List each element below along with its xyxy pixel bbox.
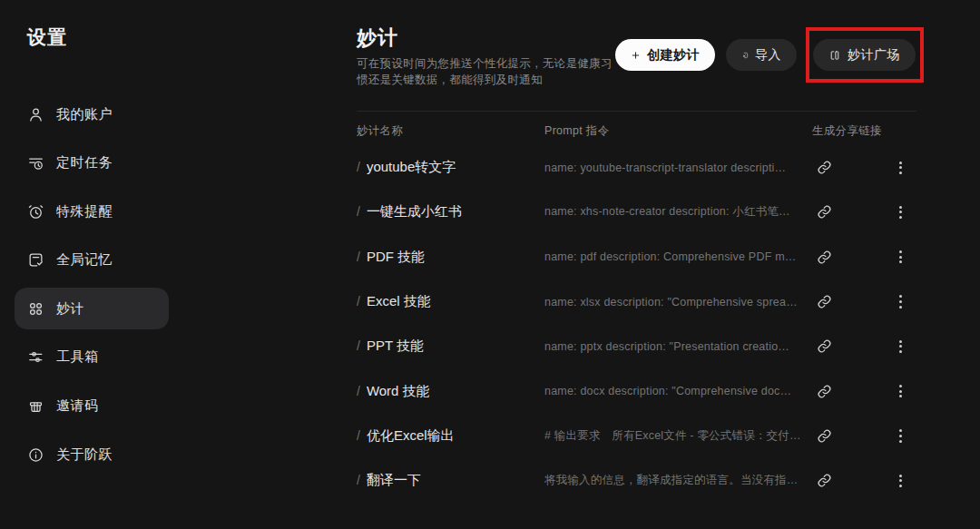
table-body: /youtube转文字 name: youtube-transcript-tra… bbox=[357, 145, 916, 503]
kebab-menu-icon bbox=[899, 340, 902, 353]
table-row: /优化Excel输出 # 输出要求 所有Excel文件 - 零公式错误：交付… bbox=[357, 414, 916, 458]
table-row: /PPT 技能 name: pptx description: "Present… bbox=[357, 324, 916, 368]
sidebar: 设置 我的账户 定时任务 特殊提醒 全局记忆 bbox=[0, 0, 218, 529]
sidebar-item-label: 定时任务 bbox=[56, 154, 113, 171]
share-link-button[interactable] bbox=[813, 335, 836, 358]
row-menu-button[interactable] bbox=[896, 247, 906, 267]
sidebar-item-label: 特殊提醒 bbox=[56, 203, 113, 220]
kebab-menu-icon bbox=[899, 429, 902, 442]
name-prefix: / bbox=[357, 250, 360, 264]
skill-name: /PDF 技能 bbox=[357, 249, 544, 266]
link-icon bbox=[817, 294, 832, 309]
scheduled-tasks-icon bbox=[27, 154, 44, 171]
miaoji-table: 妙计名称 Prompt 指令 生成分享链接 /youtube转文字 name: … bbox=[357, 111, 916, 503]
skill-name: /翻译一下 bbox=[357, 472, 544, 489]
prompt-instruction: name: pptx description: "Presentation cr… bbox=[544, 340, 812, 353]
create-miaoji-button[interactable]: 创建妙计 bbox=[615, 39, 715, 71]
link-icon bbox=[817, 160, 832, 175]
row-menu-button[interactable] bbox=[896, 337, 906, 357]
name-prefix: / bbox=[357, 473, 360, 487]
table-row: /Excel 技能 name: xlsx description: "Compr… bbox=[357, 279, 916, 324]
table-row: /youtube转文字 name: youtube-transcript-tra… bbox=[357, 145, 916, 190]
row-menu-button[interactable] bbox=[896, 471, 906, 491]
row-menu-button[interactable] bbox=[896, 426, 906, 446]
sidebar-item-label: 全局记忆 bbox=[56, 251, 113, 269]
skill-name: /Excel 技能 bbox=[357, 293, 544, 310]
page-subtitle: 可在预设时间为您推送个性化提示，无论是健康习惯还是关键数据，都能得到及时通知 bbox=[357, 55, 616, 88]
table-row: /Word 技能 name: docx description: "Compre… bbox=[357, 368, 916, 413]
sidebar-item-miaoji[interactable]: 妙计 bbox=[15, 288, 169, 329]
alarm-clock-icon bbox=[27, 203, 44, 220]
sidebar-item-label: 我的账户 bbox=[56, 106, 113, 123]
name-prefix: / bbox=[357, 384, 360, 398]
link-icon bbox=[817, 384, 832, 399]
skill-name: /优化Excel输出 bbox=[357, 427, 544, 445]
sliders-icon bbox=[27, 348, 44, 366]
page-title: 妙计 bbox=[357, 24, 398, 52]
prompt-instruction: name: docx description: "Comprehensive d… bbox=[544, 385, 812, 397]
sidebar-item-toolbox[interactable]: 工具箱 bbox=[15, 337, 169, 378]
share-link-button[interactable] bbox=[813, 290, 836, 313]
sidebar-item-invite-code[interactable]: 邀请码 bbox=[15, 386, 169, 427]
grid-circles-icon bbox=[27, 300, 44, 318]
link-icon bbox=[817, 204, 832, 220]
prompt-instruction: name: xhs-note-creator description: 小红书笔… bbox=[544, 204, 812, 220]
kebab-menu-icon bbox=[899, 250, 902, 263]
row-menu-button[interactable] bbox=[896, 202, 906, 222]
link-icon bbox=[817, 338, 832, 354]
name-prefix: / bbox=[357, 428, 360, 443]
kebab-menu-icon bbox=[899, 162, 902, 174]
skill-name: /一键生成小红书 bbox=[357, 203, 544, 220]
prompt-instruction: name: youtube-transcript-translator desc… bbox=[544, 162, 812, 174]
sidebar-item-about[interactable]: 关于阶跃 bbox=[15, 434, 169, 475]
skill-name: /PPT 技能 bbox=[357, 338, 544, 355]
sidebar-title: 设置 bbox=[27, 24, 67, 50]
column-header-share-link: 生成分享链接 bbox=[812, 123, 916, 139]
share-link-button[interactable] bbox=[813, 201, 836, 223]
skill-name: /youtube转文字 bbox=[357, 159, 544, 176]
skill-name: /Word 技能 bbox=[357, 383, 544, 400]
name-prefix: / bbox=[357, 160, 360, 174]
row-menu-button[interactable] bbox=[896, 381, 906, 401]
prompt-instruction: name: pdf description: Comprehensive PDF… bbox=[544, 250, 812, 263]
column-header-name: 妙计名称 bbox=[357, 123, 544, 139]
table-row: /一键生成小红书 name: xhs-note-creator descript… bbox=[357, 190, 916, 234]
prompt-instruction: name: xlsx description: "Comprehensive s… bbox=[544, 296, 812, 309]
sidebar-item-label: 工具箱 bbox=[56, 348, 99, 366]
share-link-button[interactable] bbox=[813, 156, 836, 179]
prompt-instruction: 将我输入的信息，翻译成指定的语言。当没有指… bbox=[544, 473, 812, 488]
name-prefix: / bbox=[357, 294, 360, 309]
prompt-instruction: # 输出要求 所有Excel文件 - 零公式错误：交付… bbox=[544, 428, 812, 444]
info-icon bbox=[27, 446, 44, 464]
sidebar-item-special-reminders[interactable]: 特殊提醒 bbox=[15, 191, 169, 232]
open-book-icon bbox=[828, 48, 841, 63]
row-menu-button[interactable] bbox=[896, 291, 906, 311]
share-link-button[interactable] bbox=[813, 469, 836, 492]
share-link-button[interactable] bbox=[813, 380, 836, 403]
sidebar-item-scheduled-tasks[interactable]: 定时任务 bbox=[15, 142, 169, 184]
name-prefix: / bbox=[357, 338, 360, 353]
plus-icon bbox=[631, 49, 641, 62]
sidebar-nav: 我的账户 定时任务 特殊提醒 全局记忆 妙计 bbox=[15, 93, 169, 483]
sidebar-item-label: 邀请码 bbox=[56, 397, 99, 415]
link-icon bbox=[817, 250, 832, 265]
kebab-menu-icon bbox=[899, 475, 902, 487]
row-menu-button[interactable] bbox=[896, 158, 906, 178]
kebab-menu-icon bbox=[899, 385, 902, 397]
settings-page: { "sidebar": { "title": "设置", "items": [… bbox=[0, 0, 980, 529]
link-icon bbox=[817, 473, 832, 488]
sidebar-item-label: 妙计 bbox=[56, 300, 84, 318]
sidebar-item-my-account[interactable]: 我的账户 bbox=[15, 93, 169, 135]
table-header-row: 妙计名称 Prompt 指令 生成分享链接 bbox=[357, 123, 916, 138]
column-header-prompt: Prompt 指令 bbox=[544, 123, 812, 139]
share-link-button[interactable] bbox=[813, 425, 836, 447]
memory-note-icon bbox=[27, 251, 44, 269]
name-prefix: / bbox=[357, 204, 360, 219]
table-row: /PDF 技能 name: pdf description: Comprehen… bbox=[357, 235, 916, 279]
kebab-menu-icon bbox=[899, 295, 902, 308]
kebab-menu-icon bbox=[899, 206, 902, 219]
miaoji-marketplace-button[interactable]: 妙计广场 bbox=[813, 39, 916, 71]
share-link-button[interactable] bbox=[813, 246, 836, 269]
sidebar-item-global-memory[interactable]: 全局记忆 bbox=[15, 240, 169, 281]
import-button[interactable]: 导入 bbox=[726, 39, 797, 71]
